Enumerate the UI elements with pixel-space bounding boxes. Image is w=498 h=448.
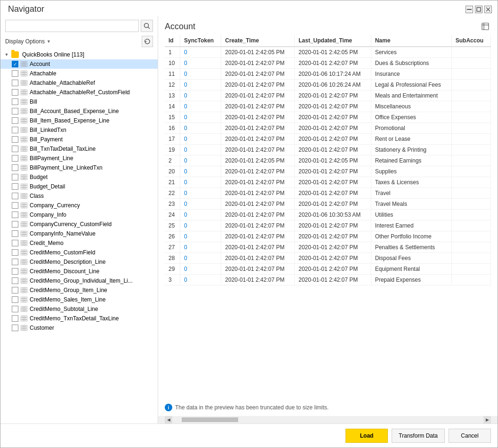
tree-item[interactable]: CreditMemo_TxnTaxDetail_TaxLine xyxy=(0,314,158,323)
horizontal-scrollbar[interactable]: ◀ ▶ xyxy=(158,416,498,424)
tree-item[interactable]: CreditMemo_Sales_Item_Line xyxy=(0,295,158,304)
tree-item[interactable]: CreditMemo_Description_Line xyxy=(0,257,158,267)
tree-item[interactable]: CreditMemo_Group_Individual_Item_Li... xyxy=(0,276,158,285)
tree-item-checkbox[interactable] xyxy=(12,287,18,293)
tree-item[interactable]: CompanyCurrency_CustomField xyxy=(0,220,158,229)
table-cell: 2020-01-01 2:42:07 PM xyxy=(295,242,371,253)
tree-item-checkbox[interactable] xyxy=(12,249,18,256)
tree-item[interactable]: Budget_Detail xyxy=(0,182,158,191)
tree-item-checkbox[interactable] xyxy=(12,221,18,228)
tree-item-checkbox[interactable] xyxy=(12,98,18,105)
tree-item-checkbox[interactable] xyxy=(12,240,18,246)
tree-item[interactable]: CreditMemo_CustomField xyxy=(0,248,158,257)
tree-item[interactable]: Bill_LinkedTxn xyxy=(0,125,158,135)
tree-item[interactable]: Bill_Payment xyxy=(0,135,158,144)
tree-item[interactable]: Budget xyxy=(0,172,158,182)
table-cell: 0 xyxy=(180,275,221,285)
table-cell: 2020-01-01 2:42:07 PM xyxy=(295,166,371,177)
tree-item-checkbox[interactable] xyxy=(12,174,18,180)
tree-item-label: CreditMemo_TxnTaxDetail_TaxLine xyxy=(30,315,119,322)
table-cell: 2020-01-01 2:42:07 PM xyxy=(295,199,371,210)
tree-item[interactable]: Class xyxy=(0,191,158,201)
tree-item[interactable]: Attachable_AttachableRef_CustomField xyxy=(0,88,158,97)
minimize-button[interactable] xyxy=(466,6,473,13)
tree-item-checkbox[interactable] xyxy=(12,325,18,331)
table-row: 302020-01-01 2:42:07 PM2020-01-01 2:42:0… xyxy=(165,275,491,285)
load-button[interactable]: Load xyxy=(345,429,388,443)
tree-item[interactable]: Attachable xyxy=(0,69,158,78)
tree-item[interactable]: Bill_TxnTaxDetail_TaxLine xyxy=(0,144,158,154)
table-cell: Supplies xyxy=(371,166,451,177)
tree-item[interactable]: Attachable_AttachableRef xyxy=(0,78,158,88)
table-icon xyxy=(20,117,28,124)
data-table-container[interactable]: IdSyncTokenCreate_TimeLast_Updated_TimeN… xyxy=(158,35,498,399)
tree-item-checkbox[interactable] xyxy=(12,146,18,152)
tree-item[interactable]: BillPayment_Line_LinkedTxn xyxy=(0,163,158,172)
tree-root: ▼ QuickBooks Online [113] Account Attach… xyxy=(0,50,158,333)
tree-item[interactable]: Account xyxy=(0,59,158,69)
tree-item[interactable]: Bill xyxy=(0,97,158,106)
tree-item-checkbox[interactable] xyxy=(12,155,18,162)
refresh-button[interactable] xyxy=(142,36,153,47)
tree-item-checkbox[interactable] xyxy=(12,259,18,265)
table-cell xyxy=(451,210,490,220)
tree-item-checkbox[interactable] xyxy=(12,136,18,143)
scrollbar-track[interactable] xyxy=(172,417,483,422)
tree-item-checkbox[interactable] xyxy=(12,315,18,322)
tree-item[interactable]: Company_Currency xyxy=(0,201,158,210)
tree-item[interactable]: Customer xyxy=(0,323,158,333)
transform-data-button[interactable]: Transform Data xyxy=(392,429,445,443)
export-icon-button[interactable] xyxy=(480,21,491,32)
table-row: 1102020-01-01 2:42:07 PM2020-01-06 10:17… xyxy=(165,69,491,80)
table-cell: 28 xyxy=(165,253,180,264)
search-bar xyxy=(0,16,158,36)
tree-item[interactable]: Bill_Item_Based_Expense_Line xyxy=(0,116,158,125)
tree-item[interactable]: CreditMemo_Discount_Line xyxy=(0,267,158,276)
tree-item[interactable]: CompanyInfo_NameValue xyxy=(0,229,158,238)
tree-item-checkbox[interactable] xyxy=(12,296,18,303)
tree-item[interactable]: Credit_Memo xyxy=(0,238,158,248)
close-button[interactable] xyxy=(484,6,492,13)
tree-item-checkbox[interactable] xyxy=(12,117,18,124)
scrollbar-thumb[interactable] xyxy=(182,417,238,422)
tree-item-checkbox[interactable] xyxy=(12,268,18,275)
tree-item-checkbox[interactable] xyxy=(12,164,18,171)
tree-item-label: BillPayment_Line_LinkedTxn xyxy=(30,164,103,171)
tree-item-label: Class xyxy=(30,193,44,199)
tree-item[interactable]: CreditMemo_Subtotal_Line xyxy=(0,304,158,314)
tree-item[interactable]: BillPayment_Line xyxy=(0,154,158,163)
tree-item-checkbox[interactable] xyxy=(12,193,18,199)
svg-rect-111 xyxy=(21,259,27,265)
tree-item-checkbox[interactable] xyxy=(12,212,18,218)
maximize-button[interactable] xyxy=(475,6,482,13)
folder-icon xyxy=(11,51,19,58)
tree-item[interactable]: CreditMemo_Group_Item_Line xyxy=(0,285,158,295)
table-cell: 17 xyxy=(165,134,180,145)
scroll-right-button[interactable]: ▶ xyxy=(483,416,491,424)
table-cell xyxy=(451,264,490,275)
search-button[interactable] xyxy=(141,20,153,32)
tree-item-checkbox[interactable] xyxy=(12,277,18,284)
tree-item-checkbox[interactable] xyxy=(12,61,18,67)
tree-item[interactable]: Company_Info xyxy=(0,210,158,220)
tree-item-checkbox[interactable] xyxy=(12,230,18,237)
tree-item-checkbox[interactable] xyxy=(12,127,18,133)
tree-item-checkbox[interactable] xyxy=(12,183,18,190)
tree-item[interactable]: Bill_Account_Based_Expense_Line xyxy=(0,106,158,116)
tree-item-checkbox[interactable] xyxy=(12,202,18,209)
tree-item-checkbox[interactable] xyxy=(12,306,18,312)
table-cell: 2020-01-01 2:42:07 PM xyxy=(221,242,295,253)
scroll-left-button[interactable]: ◀ xyxy=(165,416,172,424)
display-options-button[interactable]: Display Options ▼ xyxy=(5,38,51,45)
tree-item-checkbox[interactable] xyxy=(12,89,18,96)
table-cell: 0 xyxy=(180,90,221,101)
tree-container[interactable]: ▼ QuickBooks Online [113] Account Attach… xyxy=(0,50,158,424)
tree-root-item[interactable]: ▼ QuickBooks Online [113] xyxy=(0,50,158,59)
search-input[interactable] xyxy=(5,20,139,32)
window-title: Navigator xyxy=(8,4,44,14)
tree-item-checkbox[interactable] xyxy=(12,80,18,86)
cancel-button[interactable]: Cancel xyxy=(449,429,491,443)
table-cell xyxy=(451,177,490,188)
tree-item-checkbox[interactable] xyxy=(12,70,18,77)
tree-item-checkbox[interactable] xyxy=(12,108,18,114)
